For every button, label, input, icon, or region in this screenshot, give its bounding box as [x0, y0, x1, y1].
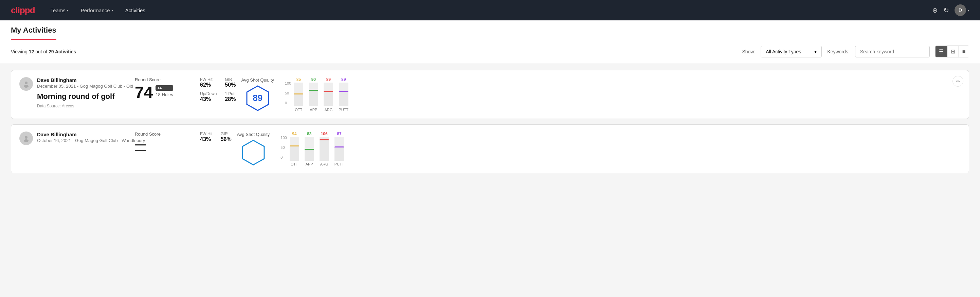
- score-value: 74: [135, 84, 153, 101]
- activity-card: ✏ Dave Billingham December 05, 2021 - Go…: [11, 70, 969, 119]
- oneputt-stat: 1 Putt 28%: [225, 91, 235, 102]
- viewing-count: 12: [29, 49, 34, 54]
- mini-stat-group-left: FW Hit 43%: [200, 131, 213, 142]
- viewing-text: Viewing 12 out of 29 Activities: [11, 49, 76, 54]
- add-icon[interactable]: ⊕: [932, 6, 938, 14]
- bar-fill-ott: [294, 93, 303, 107]
- avatar-chevron-icon: ▾: [967, 8, 969, 12]
- view-toggle-group: ☰ ⊞ ≡: [935, 46, 969, 57]
- gir-stat: GIR 56%: [221, 131, 232, 142]
- activity-type-dropdown[interactable]: All Activity Types ▾: [760, 46, 822, 57]
- round-score-row: 74 +4 18 Holes: [135, 84, 189, 101]
- gir-stat: GIR 50%: [225, 77, 235, 88]
- nav-activities[interactable]: Activities: [121, 5, 150, 16]
- teams-chevron-icon: ▾: [67, 8, 68, 12]
- show-label: Show:: [742, 49, 755, 54]
- round-score-section: Round Score 74 +4 18 Holes: [135, 77, 189, 101]
- mini-stat-group-left: FW Hit 62% Up/Down 43%: [200, 77, 216, 102]
- svg-marker-5: [242, 141, 264, 165]
- bar-arg: 106 ARG: [320, 131, 329, 166]
- bar-fill-putt: [334, 147, 344, 161]
- avg-shot-hexagon: [240, 139, 267, 166]
- nav-teams[interactable]: Teams ▾: [46, 5, 73, 16]
- keywords-label: Keywords:: [827, 49, 849, 54]
- avatar: D: [955, 5, 966, 16]
- avg-shot-title: Avg Shot Quality: [237, 132, 270, 137]
- updown-stat: Up/Down 43%: [200, 91, 216, 102]
- score-value: —: [135, 139, 146, 151]
- holes-text: 18 Holes: [156, 92, 173, 97]
- bar-app: 83 APP: [305, 131, 314, 166]
- svg-point-4: [24, 139, 29, 142]
- grid-view-button[interactable]: ⊞: [947, 46, 959, 57]
- bar-app: 90 APP: [309, 77, 318, 112]
- activity-card: Dave Billingham October 16, 2021 - Gog M…: [11, 125, 969, 173]
- avatar: [19, 131, 33, 145]
- fw-hit-stat: FW Hit 43%: [200, 131, 213, 142]
- avg-shot-section: Avg Shot Quality 100 50: [237, 131, 961, 166]
- card-body: Dave Billingham December 05, 2021 - Gog …: [19, 77, 961, 112]
- bar-ott: 85 OTT: [294, 77, 303, 112]
- bar-fill-ott: [290, 145, 299, 161]
- logo[interactable]: clippd: [11, 5, 35, 16]
- list-view-button[interactable]: ☰: [935, 46, 947, 57]
- mini-stats: FW Hit 43% GIR 56%: [200, 131, 232, 142]
- mini-stats: FW Hit 62% Up/Down 43% GIR 50% 1 Putt: [200, 77, 235, 102]
- bar-fill-putt: [339, 91, 348, 107]
- user-avatar-wrapper[interactable]: D ▾: [955, 5, 969, 16]
- dropdown-chevron-icon: ▾: [814, 49, 817, 54]
- round-score-section: Round Score —: [135, 131, 189, 151]
- chart-y-axis: 100 50 0: [285, 81, 291, 112]
- nav-right: ⊕ ↻ D ▾: [932, 5, 969, 16]
- nav-performance[interactable]: Performance ▾: [76, 5, 118, 16]
- chart-y-axis: 100 50 0: [280, 136, 286, 166]
- round-score-row: —: [135, 139, 189, 151]
- activities-content: ✏ Dave Billingham December 05, 2021 - Go…: [0, 63, 980, 185]
- bar-arg: 89 ARG: [324, 77, 333, 112]
- svg-point-3: [25, 136, 27, 139]
- bar-fill-app: [309, 90, 318, 106]
- performance-chevron-icon: ▾: [111, 8, 113, 12]
- hex-score: 89: [253, 93, 262, 103]
- avatar: [19, 77, 33, 91]
- edit-button[interactable]: ✏: [953, 76, 963, 87]
- bar-fill-app: [305, 149, 314, 161]
- svg-point-1: [24, 85, 29, 88]
- bar-putt: 89 PUTT: [339, 77, 348, 112]
- svg-point-0: [25, 81, 27, 84]
- avg-shot-title: Avg Shot Quality: [241, 77, 274, 83]
- avg-shot-hexagon: 89: [244, 85, 271, 112]
- card-source: Data Source: Arccos: [37, 104, 153, 109]
- card-body: Dave Billingham October 16, 2021 - Gog M…: [19, 131, 961, 166]
- bar-fill-arg: [324, 91, 333, 107]
- top-nav: clippd Teams ▾ Performance ▾ Activities …: [0, 0, 980, 21]
- page-title: My Activities: [11, 26, 56, 40]
- filter-bar: Viewing 12 out of 29 Activities Show: Al…: [0, 40, 980, 63]
- viewing-total: 29: [49, 49, 54, 54]
- search-input[interactable]: [855, 46, 930, 57]
- round-score-label: Round Score: [135, 77, 189, 82]
- score-diff: +4: [156, 85, 173, 91]
- page-header: My Activities: [0, 21, 980, 40]
- avg-shot-section: Avg Shot Quality 89 100: [241, 77, 961, 112]
- fw-hit-stat: FW Hit 62%: [200, 77, 216, 88]
- compact-view-button[interactable]: ≡: [959, 46, 969, 57]
- round-score-label: Round Score: [135, 131, 189, 137]
- hexagon-icon: [240, 139, 267, 166]
- mini-stat-group-right: GIR 56%: [221, 131, 232, 142]
- mini-stat-group-right: GIR 50% 1 Putt 28%: [225, 77, 235, 102]
- bar-putt: 87 PUTT: [334, 131, 344, 166]
- bar-ott: 94 OTT: [290, 131, 299, 166]
- refresh-icon[interactable]: ↻: [943, 6, 949, 14]
- bar-fill-arg: [320, 139, 329, 161]
